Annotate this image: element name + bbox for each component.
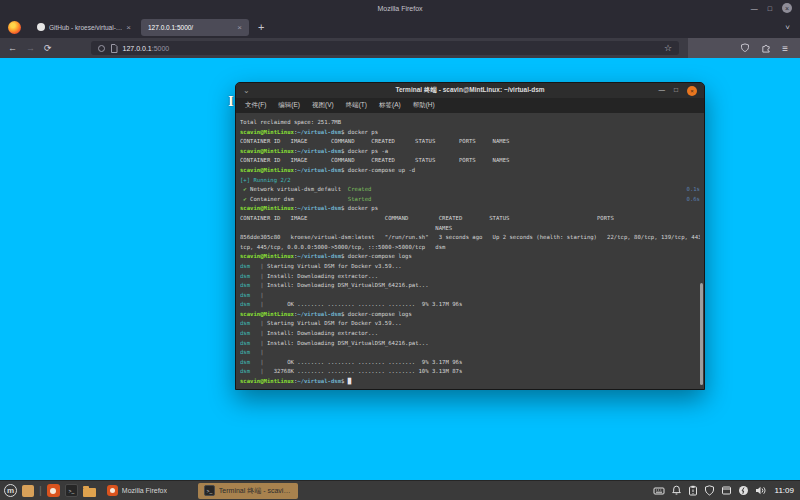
update-clipboard-icon[interactable] — [688, 485, 698, 496]
tab-overflow-chevron-icon[interactable]: ˅ — [785, 23, 794, 32]
menu-file[interactable]: 文件(F) — [245, 101, 266, 110]
terminal-line: dsm | — [240, 291, 700, 301]
firewall-shield-icon[interactable] — [704, 485, 715, 496]
window-display-icon[interactable] — [721, 485, 732, 496]
firefox-titlebar: Mozilla Firefox — □ × — [0, 0, 800, 16]
menu-terminal[interactable]: 终端(T) — [346, 101, 367, 110]
taskbar-window-terminal[interactable]: >_ Terminal 终端 - scavin@Mi... — [198, 483, 298, 499]
firefox-window: Mozilla Firefox — □ × GitHub - kroese/vi… — [0, 0, 800, 58]
tab-localhost[interactable]: 127.0.0.1:5000/ × — [141, 19, 249, 36]
terminal-window-title: Terminal 终端 - scavin@MintLinux: ~/virtua… — [236, 86, 704, 95]
tab-label: GitHub - kroese/virtual-dsm — [49, 24, 122, 31]
terminal-line: scavin@MintLinux:~/virtual-dsm$ docker-c… — [240, 252, 700, 262]
taskbar-clock[interactable]: 11:09 — [775, 486, 794, 495]
terminal-window-controls: — □ × — [659, 86, 697, 96]
url-text[interactable]: 127.0.0.1:5000 — [123, 45, 170, 52]
desktop-screen: Mozilla Firefox — □ × GitHub - kroese/vi… — [0, 0, 800, 500]
power-battery-icon[interactable] — [738, 485, 749, 496]
mint-menu-button[interactable]: m — [4, 484, 17, 497]
search-icon — [98, 45, 105, 52]
keyboard-input-icon[interactable] — [653, 485, 665, 496]
back-icon[interactable]: ← — [8, 44, 17, 53]
terminal-launcher-icon[interactable]: >_ — [65, 484, 78, 497]
tab-close-icon[interactable]: × — [237, 23, 242, 32]
system-tray: 11:09 — [653, 485, 796, 496]
terminal-line: dsm | Install: Downloading DSM_VirtualDS… — [240, 339, 700, 349]
terminal-line: dsm | Install: Downloading extractor... — [240, 329, 700, 339]
menu-icon[interactable]: ≡ — [782, 43, 788, 54]
notifications-bell-icon[interactable] — [671, 485, 682, 496]
files-launcher-icon[interactable] — [83, 488, 96, 497]
maximize-button[interactable]: □ — [674, 87, 678, 94]
terminal-titlebar[interactable]: ⌄ Terminal 终端 - scavin@MintLinux: ~/virt… — [236, 83, 704, 98]
close-button[interactable]: × — [782, 3, 792, 13]
terminal-menu-bar: 文件(F) 编辑(E) 视图(V) 终端(T) 标签(A) 帮助(H) — [236, 98, 704, 113]
tab-github[interactable]: GitHub - kroese/virtual-dsm × — [30, 19, 138, 36]
terminal-line: dsm | OK ........ ........ ........ ....… — [240, 300, 700, 310]
terminal-window-icon: >_ — [204, 485, 215, 496]
nav-right-toolbar: ≡ — [688, 38, 800, 58]
taskbar-window-firefox[interactable]: Mozilla Firefox — [101, 483, 193, 499]
terminal-line: dsm | 32768K ........ ........ ........ … — [240, 367, 700, 377]
terminal-output[interactable]: Total reclaimed space: 251.7MBscavin@Min… — [236, 113, 704, 389]
taskbar-window-label: Mozilla Firefox — [122, 487, 167, 494]
firefox-launcher-icon[interactable] — [47, 484, 60, 497]
terminal-line: Total reclaimed space: 251.7MB — [240, 118, 700, 128]
terminal-window[interactable]: ⌄ Terminal 终端 - scavin@MintLinux: ~/virt… — [235, 82, 705, 390]
menu-view[interactable]: 视图(V) — [312, 101, 334, 110]
menu-edit[interactable]: 编辑(E) — [278, 101, 300, 110]
menu-help[interactable]: 帮助(H) — [413, 101, 435, 110]
forward-icon[interactable]: → — [26, 44, 35, 53]
url-bar[interactable]: 127.0.0.1:5000 ☆ — [91, 41, 679, 55]
bookmark-star-icon[interactable]: ☆ — [664, 43, 672, 53]
terminal-line: NAMES — [240, 224, 700, 234]
terminal-line: scavin@MintLinux:~/virtual-dsm$ docker p… — [240, 204, 700, 214]
menu-tabs[interactable]: 标签(A) — [379, 101, 401, 110]
github-favicon-icon — [37, 23, 45, 31]
tab-label: 127.0.0.1:5000/ — [148, 24, 233, 31]
url-host: 127.0.0.1 — [123, 45, 152, 52]
terminal-line: dsm | Starting Virtual DSM for Docker v3… — [240, 262, 700, 272]
taskbar: m | >_ Mozilla Firefox >_ Terminal 终端 - … — [0, 480, 800, 500]
extension-puzzle-icon[interactable] — [761, 43, 771, 53]
terminal-line: scavin@MintLinux:~/virtual-dsm$ docker-c… — [240, 310, 700, 320]
window-menu-chevron-icon[interactable]: ⌄ — [243, 87, 250, 95]
minimize-button[interactable]: — — [659, 87, 666, 94]
terminal-line: [+] Running 2/2 — [240, 176, 700, 186]
terminal-line: dsm | OK ........ ........ ........ ....… — [240, 358, 700, 368]
terminal-line: ✔ Network virtual-dsm_default Created0.1… — [240, 185, 700, 195]
terminal-line: scavin@MintLinux:~/virtual-dsm$ docker p… — [240, 147, 700, 157]
terminal-line: dsm | Install: Downloading DSM_VirtualDS… — [240, 281, 700, 291]
maximize-button[interactable]: □ — [768, 5, 772, 12]
terminal-line: dsm | — [240, 348, 700, 358]
taskbar-separator: | — [39, 485, 42, 496]
terminal-line: dsm | Install: Downloading extractor... — [240, 272, 700, 282]
url-port: :5000 — [152, 45, 170, 52]
firefox-tab-bar: GitHub - kroese/virtual-dsm × 127.0.0.1:… — [0, 16, 800, 38]
terminal-line: CONTAINER ID IMAGE COMMAND CREATED STATU… — [240, 137, 700, 147]
terminal-line: ✔ Container dsm Started0.6s — [240, 195, 700, 205]
close-button[interactable]: × — [687, 86, 697, 96]
minimize-button[interactable]: — — [751, 5, 758, 12]
shield-icon[interactable] — [740, 43, 750, 53]
reload-icon[interactable]: ⟳ — [44, 44, 52, 53]
terminal-line: 856dde305c80 kroese/virtual-dsm:latest "… — [240, 233, 700, 243]
page-icon — [110, 44, 118, 53]
desktop-area: ⌄ Terminal 终端 - scavin@MintLinux: ~/virt… — [0, 58, 800, 480]
terminal-line: scavin@MintLinux:~/virtual-dsm$ docker p… — [240, 128, 700, 138]
taskbar-window-label: Terminal 终端 - scavin@Mi... — [219, 486, 292, 496]
firefox-window-controls: — □ × — [751, 0, 792, 16]
firefox-window-icon — [107, 485, 118, 496]
terminal-line: scavin@MintLinux:~/virtual-dsm$ █ — [240, 377, 700, 387]
terminal-scrollbar[interactable] — [700, 283, 703, 385]
terminal-line: tcp, 445/tcp, 0.0.0.0:5000->5000/tcp, ::… — [240, 243, 700, 253]
firefox-logo-icon — [8, 21, 21, 34]
tab-close-icon[interactable]: × — [126, 23, 131, 32]
terminal-line: CONTAINER ID IMAGE COMMAND CREATED STATU… — [240, 156, 700, 166]
firefox-nav-bar: ← → ⟳ 127.0.0.1:5000 ☆ ≡ — [0, 38, 800, 58]
new-tab-button[interactable]: + — [258, 21, 264, 33]
volume-speaker-icon[interactable] — [755, 485, 767, 496]
terminal-line: dsm | Starting Virtual DSM for Docker v3… — [240, 319, 700, 329]
terminal-line: scavin@MintLinux:~/virtual-dsm$ docker-c… — [240, 166, 700, 176]
show-desktop-button[interactable] — [22, 485, 34, 497]
